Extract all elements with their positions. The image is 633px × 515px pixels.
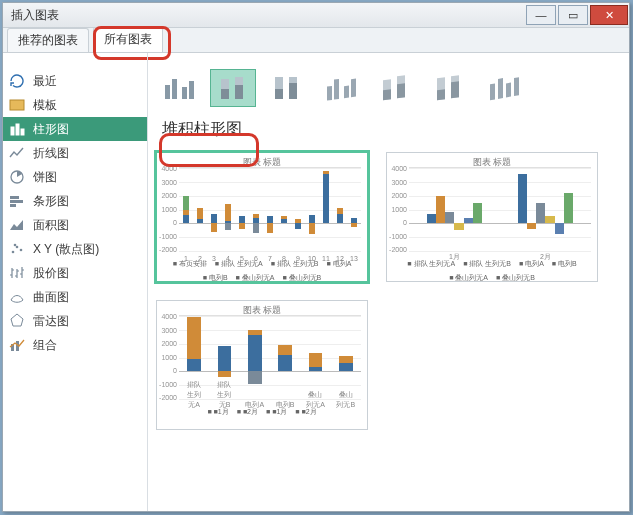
sidebar-item-label: 曲面图 [33, 289, 69, 306]
sidebar-item-template[interactable]: 模板 [3, 93, 147, 117]
svg-rect-41 [514, 77, 519, 96]
sidebar-item-label: 雷达图 [33, 313, 69, 330]
column-subtype-icon [216, 75, 250, 101]
sidebar-item-combo-chart[interactable]: 组合 [3, 333, 147, 357]
subtype-option-5[interactable] [426, 69, 472, 107]
stock-chart-icon [9, 265, 25, 281]
chart-preview-legend: 排队 生列无A排队 生列无B电列A电列B叠山列无A叠山列无B [387, 259, 597, 279]
radar-chart-icon [9, 313, 25, 329]
scatter-chart-icon [9, 241, 25, 257]
area-chart-icon [9, 217, 25, 233]
chart-preview-1[interactable]: 图表 标题1月2月40003000200010000-1000-2000排队 生… [386, 152, 598, 282]
dialog-title: 插入图表 [3, 7, 525, 24]
surface-chart-icon [9, 289, 25, 305]
svg-rect-28 [344, 85, 349, 98]
sidebar-item-label: 最近 [33, 73, 57, 90]
svg-rect-31 [383, 89, 391, 100]
subtype-title: 堆积柱形图 [156, 117, 621, 142]
tab-all-charts[interactable]: 所有图表 [93, 27, 163, 52]
sidebar-item-pie-chart[interactable]: 饼图 [3, 165, 147, 189]
sidebar-item-scatter-chart[interactable]: X Y (散点图) [3, 237, 147, 261]
chart-preview-2[interactable]: 图表 标题排队 生列无A排队 生列无B电列A电列B叠山列无A叠山列无B40003… [156, 300, 368, 430]
svg-rect-19 [221, 89, 229, 99]
sidebar-item-label: 折线图 [33, 145, 69, 162]
title-bar: 插入图表 — ▭ ✕ [3, 3, 629, 28]
tab-recommended[interactable]: 推荐的图表 [7, 28, 89, 52]
svg-rect-0 [10, 100, 24, 110]
close-button[interactable]: ✕ [590, 5, 628, 25]
column-subtype-icon [324, 75, 358, 101]
minimize-button[interactable]: — [526, 5, 556, 25]
sidebar-item-area-chart[interactable]: 面积图 [3, 213, 147, 237]
subtype-option-3[interactable] [318, 69, 364, 107]
content-pane: 堆积柱形图 图表 标题12345678910111213400030002000… [148, 53, 629, 511]
column-subtype-icon [162, 75, 196, 101]
sidebar-item-stock-chart[interactable]: 股价图 [3, 261, 147, 285]
chart-preview-0[interactable]: 图表 标题1234567891011121340003000200010000-… [156, 152, 368, 282]
svg-rect-25 [289, 83, 297, 99]
column-chart-icon [9, 121, 25, 137]
sidebar-item-surface-chart[interactable]: 曲面图 [3, 285, 147, 309]
chart-preview-legend: ■1月■2月■1月■2月 [157, 407, 367, 427]
column-subtype-icon [432, 75, 466, 101]
chart-preview-legend: 布页安排排队 生列无A排队 生列无B电列A电列B叠山列无A叠山列无B [157, 259, 367, 279]
sidebar-item-radar-chart[interactable]: 雷达图 [3, 309, 147, 333]
svg-rect-17 [189, 81, 194, 99]
template-icon [9, 97, 25, 113]
subtype-option-6[interactable] [480, 69, 526, 107]
column-subtype-icon [378, 75, 412, 101]
sidebar-item-label: X Y (散点图) [33, 241, 99, 258]
svg-rect-40 [506, 83, 511, 98]
svg-rect-37 [451, 81, 459, 98]
svg-rect-29 [351, 79, 356, 98]
subtype-option-0[interactable] [156, 69, 202, 107]
svg-rect-15 [172, 79, 177, 99]
svg-rect-5 [10, 196, 19, 199]
svg-rect-38 [490, 83, 495, 100]
bar-chart-icon [9, 193, 25, 209]
subtype-option-2[interactable] [264, 69, 310, 107]
recent-icon [9, 73, 25, 89]
sidebar-item-label: 条形图 [33, 193, 69, 210]
svg-rect-23 [275, 89, 283, 99]
combo-chart-icon [9, 337, 25, 353]
svg-rect-35 [437, 89, 445, 100]
sidebar-item-column-chart[interactable]: 柱形图 [3, 117, 147, 141]
svg-rect-21 [235, 85, 243, 99]
sidebar-item-label: 面积图 [33, 217, 69, 234]
svg-rect-39 [498, 78, 503, 99]
sidebar-item-bar-chart[interactable]: 条形图 [3, 189, 147, 213]
tab-row: 推荐的图表 所有图表 [3, 28, 629, 53]
column-subtype-icon [486, 75, 520, 101]
sidebar-item-recent[interactable]: 最近 [3, 69, 147, 93]
svg-rect-16 [182, 87, 187, 99]
sidebar-item-label: 饼图 [33, 169, 57, 186]
sidebar-item-line-chart[interactable]: 折线图 [3, 141, 147, 165]
column-subtype-icon [270, 75, 304, 101]
sidebar-item-label: 股价图 [33, 265, 69, 282]
svg-rect-26 [327, 86, 332, 101]
svg-point-11 [14, 244, 17, 247]
chart-type-sidebar: 最近模板柱形图折线图饼图条形图面积图X Y (散点图)股价图曲面图雷达图组合 [3, 53, 148, 511]
sidebar-item-label: 柱形图 [33, 121, 69, 138]
svg-point-9 [16, 246, 19, 249]
line-chart-icon [9, 145, 25, 161]
maximize-button[interactable]: ▭ [558, 5, 588, 25]
svg-rect-6 [10, 200, 23, 203]
svg-point-10 [20, 249, 23, 252]
chart-previews: 图表 标题1234567891011121340003000200010000-… [156, 152, 621, 430]
svg-rect-1 [11, 127, 14, 135]
svg-rect-14 [165, 85, 170, 99]
pie-chart-icon [9, 169, 25, 185]
svg-rect-3 [21, 129, 24, 135]
subtype-option-1[interactable] [210, 69, 256, 107]
svg-point-8 [12, 251, 15, 254]
subtype-option-4[interactable] [372, 69, 418, 107]
svg-rect-27 [334, 79, 339, 100]
sidebar-item-label: 模板 [33, 97, 57, 114]
insert-chart-dialog: 插入图表 — ▭ ✕ 推荐的图表 所有图表 最近模板柱形图折线图饼图条形图面积图… [2, 2, 630, 512]
svg-rect-33 [397, 83, 405, 98]
chart-subtype-row [156, 69, 621, 107]
sidebar-item-label: 组合 [33, 337, 57, 354]
svg-rect-7 [10, 204, 16, 207]
